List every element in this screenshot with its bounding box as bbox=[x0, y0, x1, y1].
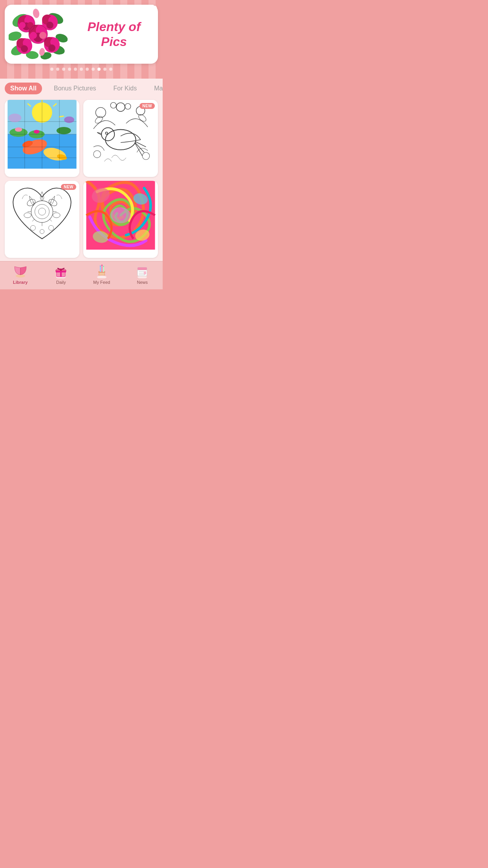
featured-title: Plenty of Pics bbox=[74, 19, 154, 50]
grid-item-swirls[interactable] bbox=[83, 181, 158, 258]
dot-8[interactable] bbox=[92, 68, 95, 71]
gift-icon bbox=[54, 264, 68, 278]
bottom-nav: Library bbox=[0, 261, 163, 289]
brush-icon bbox=[95, 264, 109, 278]
book-icon bbox=[13, 264, 28, 278]
nav-item-daily[interactable]: Daily bbox=[41, 261, 82, 289]
svg-rect-111 bbox=[139, 274, 145, 275]
carousel-dots bbox=[5, 64, 158, 72]
newspaper-icon bbox=[135, 264, 149, 278]
grid-item-heart[interactable]: NEW bbox=[5, 181, 79, 258]
dot-2[interactable] bbox=[56, 68, 59, 71]
page-content: Plenty of Pics Show All Bonus Pictures F… bbox=[0, 0, 163, 289]
svg-rect-112 bbox=[144, 271, 146, 274]
new-badge-bird: NEW bbox=[139, 103, 155, 109]
dot-9[interactable] bbox=[97, 68, 101, 71]
nav-item-my-feed[interactable]: My Feed bbox=[81, 261, 122, 289]
settings-icon[interactable] bbox=[147, 4, 158, 15]
dot-7[interactable] bbox=[86, 68, 89, 71]
svg-rect-110 bbox=[139, 273, 144, 274]
dot-3[interactable] bbox=[62, 68, 65, 71]
filter-tabs: Show All Bonus Pictures For Kids Mandala… bbox=[0, 79, 163, 98]
tab-bonus-pictures[interactable]: Bonus Pictures bbox=[48, 83, 102, 94]
svg-point-100 bbox=[60, 268, 62, 271]
images-grid: NEW bbox=[0, 98, 163, 261]
dot-6[interactable] bbox=[80, 68, 83, 71]
svg-point-13 bbox=[19, 22, 26, 28]
svg-rect-104 bbox=[101, 266, 103, 272]
dot-5[interactable] bbox=[74, 68, 77, 71]
nav-label-daily: Daily bbox=[56, 280, 66, 285]
svg-rect-105 bbox=[103, 267, 104, 272]
featured-card[interactable]: Plenty of Pics bbox=[5, 5, 158, 64]
featured-text: Plenty of Pics bbox=[68, 19, 154, 50]
svg-rect-99 bbox=[56, 271, 66, 272]
svg-rect-108 bbox=[138, 267, 147, 270]
svg-point-24 bbox=[39, 32, 46, 39]
svg-rect-103 bbox=[100, 267, 101, 272]
svg-point-48 bbox=[15, 127, 22, 132]
featured-image bbox=[9, 9, 68, 60]
tab-for-kids[interactable]: For Kids bbox=[108, 83, 143, 94]
new-badge-heart: NEW bbox=[61, 184, 76, 190]
svg-line-42 bbox=[59, 116, 64, 117]
grid-item-koi[interactable] bbox=[5, 100, 79, 177]
dot-11[interactable] bbox=[109, 68, 112, 71]
svg-point-28 bbox=[21, 45, 28, 52]
nav-label-my-feed: My Feed bbox=[93, 280, 110, 285]
tab-mandalas[interactable]: Mandalas bbox=[149, 83, 163, 94]
tab-show-all[interactable]: Show All bbox=[5, 83, 42, 94]
header-banner: Plenty of Pics bbox=[0, 0, 163, 79]
nav-item-news[interactable]: News bbox=[122, 261, 163, 289]
nav-label-news: News bbox=[137, 280, 148, 285]
svg-point-32 bbox=[48, 44, 55, 51]
svg-point-23 bbox=[30, 32, 37, 39]
dot-1[interactable] bbox=[50, 68, 53, 71]
svg-point-46 bbox=[57, 127, 71, 134]
dot-10[interactable] bbox=[103, 68, 106, 71]
svg-point-18 bbox=[46, 22, 53, 29]
svg-point-61 bbox=[8, 114, 21, 122]
grid-item-bird[interactable]: NEW bbox=[83, 100, 158, 177]
nav-label-library: Library bbox=[13, 280, 28, 285]
svg-point-49 bbox=[34, 130, 40, 133]
dot-4[interactable] bbox=[68, 68, 71, 71]
nav-item-library[interactable]: Library bbox=[0, 261, 41, 289]
svg-point-62 bbox=[64, 116, 74, 123]
svg-point-101 bbox=[97, 276, 106, 278]
